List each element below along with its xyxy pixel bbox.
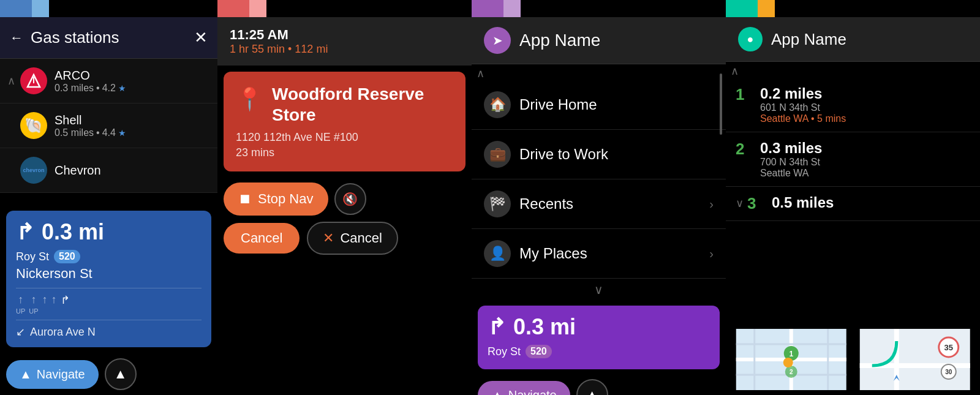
color-bar-purple: [472, 0, 503, 17]
menu-item-label: My Places: [519, 245, 709, 262]
list-item[interactable]: ∧ chevron Chevron: [0, 148, 217, 193]
scrollbar: [720, 73, 722, 135]
chevron-logo: chevron: [20, 157, 47, 184]
turn-distance: 0.2 miles: [760, 85, 970, 102]
mini-map-2[interactable]: 35 30: [854, 329, 976, 390]
menu-item-drive-work[interactable]: 💼 Drive to Work: [472, 130, 726, 179]
mute-button[interactable]: 🔇: [334, 183, 366, 215]
station-info: Chevron: [55, 164, 210, 178]
color-bar-light-purple: [503, 0, 521, 17]
turn-list: 1 0.2 miles 601 N 34th St Seattle WA • 5…: [726, 78, 980, 324]
turn-info: 0.2 miles 601 N 34th St Seattle WA • 5 m…: [760, 85, 970, 124]
destination-top: 📍 Woodford Reserve Store: [236, 84, 453, 125]
pin-icon: 📍: [236, 86, 263, 112]
top-color-bar-1: [0, 0, 217, 17]
app-icon: ●: [738, 27, 763, 51]
nav-distance: 0.3 mi: [42, 219, 104, 245]
menu-item-label: Drive to Work: [519, 146, 714, 163]
compass-icon: ▲: [114, 366, 127, 382]
cancel-button-1[interactable]: Cancel: [224, 223, 300, 254]
gas-stations-header: ← Gas stations ✕: [0, 17, 217, 59]
list-item[interactable]: ∧ 🐚 Shell 0.5 miles • 4.4 ★: [0, 103, 217, 148]
turn-distance: 0.5 miles: [772, 194, 970, 211]
street-line-1: Roy St 520: [16, 250, 202, 263]
station-info: ARCO 0.3 miles • 4.2 ★: [55, 69, 210, 94]
destination-eta: 23 mins: [236, 146, 453, 159]
stop-nav-panel: 11:25 AM 1 hr 55 min • 112 mi 📍 Woodford…: [217, 0, 472, 395]
spacer: ∧: [7, 164, 15, 177]
destination-name: Woodford Reserve Store: [272, 84, 453, 125]
app-name-label: App Name: [519, 31, 600, 50]
compass-button[interactable]: ▲: [105, 358, 137, 390]
current-time: 11:25 AM: [230, 27, 459, 43]
menu-item-my-places[interactable]: 👤 My Places ›: [472, 229, 726, 279]
turn-number: 1: [736, 85, 755, 104]
street-line: Roy St 520: [488, 345, 710, 358]
nav-card-top: ↱ 0.3 mi: [488, 314, 710, 340]
color-bar-light-blue: [32, 0, 49, 17]
destination-card: 📍 Woodford Reserve Store 1120 112th Ave …: [224, 72, 466, 171]
top-color-bar-3: [472, 0, 726, 17]
turn-number: 3: [747, 194, 767, 213]
navigate-button[interactable]: ▲ Navigate: [478, 381, 570, 396]
nav-card-top: ↱ 0.3 mi: [16, 219, 202, 245]
back-icon[interactable]: ←: [10, 30, 23, 46]
turn-city: Seattle WA: [760, 168, 970, 179]
compass-button[interactable]: ▲: [576, 379, 608, 395]
color-bar-red: [217, 0, 249, 17]
close-icon[interactable]: ✕: [194, 28, 208, 47]
color-bar-orange: [758, 0, 775, 17]
turn-item-1: 1 0.2 miles 601 N 34th St Seattle WA • 5…: [726, 78, 980, 132]
svg-point-13: [783, 358, 793, 367]
action-buttons: ⏹ Stop Nav 🔇 Cancel ✕ Cancel: [217, 178, 472, 260]
color-bar-blue: [0, 0, 32, 17]
scroll-up-indicator: ∧: [472, 64, 726, 80]
turn-arrow-icon: ↱: [488, 314, 506, 340]
gas-stations-title: Gas stations: [31, 28, 119, 47]
turn-by-turn-panel: ● App Name ∧ 1 0.2 miles 601 N 34th St S…: [726, 0, 980, 395]
top-color-bar-2: [217, 0, 472, 17]
station-info: Shell 0.5 miles • 4.4 ★: [55, 113, 210, 138]
stop-icon: ⏹: [238, 191, 252, 207]
app-icon: ➤: [484, 27, 511, 54]
street-line-2: Nickerson St: [16, 266, 202, 282]
star-icon: ★: [118, 83, 126, 93]
turn-item-3: ∨ 3 0.5 miles: [726, 187, 980, 221]
list-item[interactable]: ∧ ARCO 0.3 miles • 4.2 ★: [0, 59, 217, 103]
cancel-button-2[interactable]: ✕ Cancel: [307, 222, 398, 255]
top-color-bar-4: [726, 0, 980, 17]
stop-nav-button[interactable]: ⏹ Stop Nav: [224, 182, 328, 216]
route-info: 1 hr 55 min • 112 mi: [230, 43, 459, 56]
home-icon: 🏠: [484, 91, 511, 118]
chevron-up-icon: ∧: [477, 67, 484, 80]
svg-text:35: 35: [944, 343, 952, 352]
bottom-street: ↙ Aurora Ave N: [16, 325, 202, 339]
turn-street: 700 N 34th St: [760, 157, 970, 168]
cancel-buttons-row: Cancel ✕ Cancel: [224, 222, 466, 255]
color-bar-light-red: [249, 0, 266, 17]
destination-address: 1120 112th Ave NE #100: [236, 131, 453, 144]
lane-item: ↱: [61, 293, 70, 315]
navigation-icon: ●: [747, 33, 754, 46]
compass-icon: ▲: [586, 387, 599, 395]
lane-item: ↑UP: [29, 293, 38, 315]
menu-item-drive-home[interactable]: 🏠 Drive Home: [472, 80, 726, 130]
scroll-down-indicator: ∨: [472, 279, 726, 301]
menu-item-label: Recents: [519, 195, 709, 213]
nav-action-buttons: ▲ Navigate ▲: [472, 374, 726, 395]
menu-item-recents[interactable]: 🏁 Recents ›: [472, 179, 726, 229]
recents-icon: 🏁: [484, 190, 511, 217]
app-menu-panel: ➤ App Name ∧ 🏠 Drive Home 💼 Drive to Wor…: [472, 0, 726, 395]
app-name-label: App Name: [771, 30, 846, 49]
nav-card-purple: ↱ 0.3 mi Roy St 520: [478, 306, 720, 369]
turn-arrow-icon: ↱: [16, 219, 34, 245]
mini-map-1[interactable]: 1 2: [731, 329, 852, 390]
profile-icon: 👤: [484, 240, 511, 267]
navigate-button[interactable]: ▲ Navigate: [6, 360, 99, 389]
header-left: ← Gas stations: [10, 28, 119, 47]
svg-text:30: 30: [945, 369, 952, 375]
app-header: ➤ App Name: [472, 17, 726, 64]
turn-info: 0.3 miles 700 N 34th St Seattle WA: [760, 140, 970, 179]
spacer: ∧: [7, 119, 15, 132]
route-badge: 520: [526, 345, 552, 358]
